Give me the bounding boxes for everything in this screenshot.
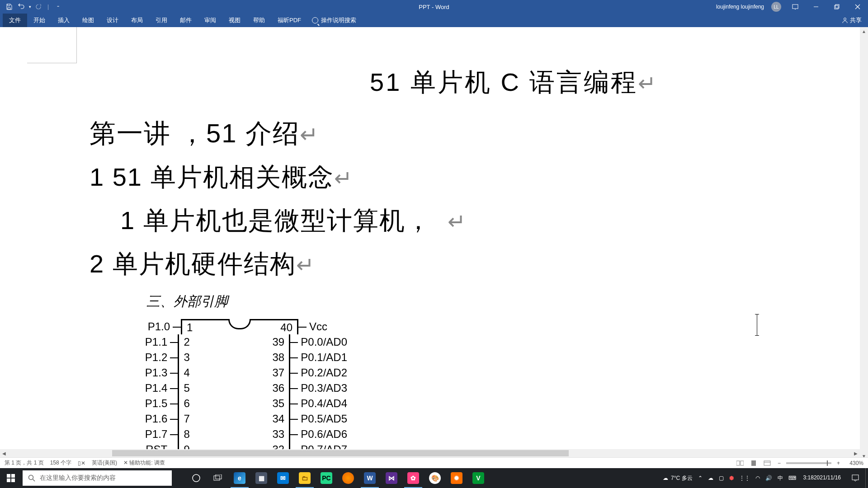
tab-home[interactable]: 开始 — [27, 14, 52, 27]
zoom-out-button[interactable]: − — [776, 460, 783, 466]
titlebar: ▾ | ⁼ PPT - Word loujinfeng loujinfeng L… — [0, 0, 868, 14]
scroll-up-button[interactable]: ▲ — [860, 27, 868, 35]
tab-layout[interactable]: 布局 — [125, 14, 149, 27]
time-text: 3:18 — [803, 474, 814, 482]
pin-left-label: P1.3 — [116, 366, 170, 379]
maximize-button[interactable] — [826, 0, 847, 14]
scroll-left-button[interactable]: ◀ — [0, 449, 8, 457]
tab-design[interactable]: 设计 — [100, 14, 125, 27]
task-view-button[interactable] — [207, 468, 229, 488]
horizontal-scrollbar[interactable]: ◀ ▶ — [0, 449, 860, 457]
security-icon[interactable]: ⬢ — [726, 468, 736, 488]
svg-point-14 — [193, 474, 200, 482]
svg-line-13 — [33, 479, 35, 482]
cortana-button[interactable] — [185, 468, 207, 488]
calculator-icon[interactable]: ▦ — [250, 468, 272, 488]
word-icon[interactable]: W — [359, 468, 381, 488]
pycharm-icon[interactable]: PC — [316, 468, 337, 488]
spellcheck-icon[interactable]: ▯✕ — [78, 460, 85, 466]
tab-view[interactable]: 视图 — [222, 14, 247, 27]
minimize-button[interactable] — [806, 0, 826, 14]
palette-icon[interactable]: 🎨 — [424, 468, 446, 488]
tab-foxit-pdf[interactable]: 福昕PDF — [271, 14, 307, 27]
volume-icon[interactable]: 🔊 — [763, 468, 775, 488]
word-count[interactable]: 158 个字 — [50, 459, 71, 467]
chip-row: P1.3437P0.2/AD2 — [116, 365, 347, 380]
tab-references[interactable]: 引用 — [149, 14, 174, 27]
svg-rect-9 — [751, 460, 756, 466]
weather-widget[interactable]: ☁ 7°C 多云 — [660, 468, 695, 488]
svg-rect-17 — [852, 475, 859, 480]
tab-file[interactable]: 文件 — [3, 14, 27, 27]
qat-customize-button[interactable]: ⁼ — [52, 1, 63, 12]
taskbar: 在这里输入你要搜索的内容 e ▦ ✉ 🗀 PC W ⋈ ✿ 🎨 ✹ V ☁ 7°… — [0, 468, 868, 488]
svg-point-6 — [844, 18, 846, 20]
save-button[interactable] — [4, 1, 14, 12]
tab-review[interactable]: 审阅 — [198, 14, 222, 27]
body-text-1: 1 单片机也是微型计算机， ↵ — [90, 204, 841, 238]
page-margin-corner — [27, 27, 77, 63]
hscroll-thumb[interactable] — [112, 450, 569, 456]
chip-row: P1.5635P0.4/AD4 — [116, 396, 347, 411]
weather-icon: ☁ — [663, 475, 668, 481]
vertical-scrollbar[interactable]: ▲ ▼ — [860, 27, 868, 460]
scroll-right-button[interactable]: ▶ — [852, 449, 860, 457]
hscroll-track[interactable] — [8, 449, 852, 457]
show-desktop-button[interactable] — [865, 468, 868, 488]
notifications-button[interactable] — [845, 468, 865, 488]
pin-right-label: P0.0/AD0 — [298, 336, 347, 348]
ime-icon[interactable]: 中 — [775, 468, 786, 488]
vim-icon[interactable]: V — [467, 468, 489, 488]
tab-insert[interactable]: 插入 — [52, 14, 76, 27]
svg-point-12 — [29, 475, 33, 480]
heading-2a: 1 51 单片机相关概念↵ — [90, 160, 841, 195]
mail-icon[interactable]: ✉ — [272, 468, 294, 488]
clock[interactable]: 3:18 2021/11/16 — [799, 468, 845, 488]
svg-rect-15 — [214, 476, 220, 480]
ribbon-display-options-button[interactable] — [785, 0, 806, 14]
wifi-icon[interactable]: ◠ — [753, 468, 763, 488]
scroll-track[interactable] — [860, 35, 868, 452]
onedrive-icon[interactable]: ☁ — [705, 468, 716, 488]
start-button[interactable] — [0, 468, 22, 488]
accessibility-status[interactable]: ✕ 辅助功能: 调查 — [123, 459, 165, 467]
close-button[interactable] — [847, 0, 868, 14]
pin-diagram: 三、外部引脚 P1.0140VccP1.1239P0.0/AD0P1.2338P… — [90, 292, 347, 460]
document-area[interactable]: 51 单片机 C 语言编程↵ 第一讲 ，51 介绍↵ 1 51 单片机相关概念↵… — [0, 27, 868, 460]
pin-left-label: P1.7 — [116, 428, 170, 441]
user-name[interactable]: loujinfeng loujinfeng — [712, 4, 768, 10]
quick-access-toolbar: ▾ | ⁼ — [0, 1, 63, 12]
language-status[interactable]: 英语(美国) — [92, 459, 117, 467]
page-status[interactable]: 第 1 页，共 1 页 — [5, 459, 44, 467]
redo-button[interactable] — [33, 1, 44, 12]
network-icon[interactable]: ⋮⋮ — [736, 468, 753, 488]
print-layout-button[interactable] — [749, 459, 759, 467]
tell-me-label: 操作说明搜索 — [321, 16, 356, 24]
keyboard-icon[interactable]: ⌨ — [786, 468, 799, 488]
zoom-level[interactable]: 430% — [845, 460, 863, 466]
tab-draw[interactable]: 绘图 — [76, 14, 100, 27]
share-button[interactable]: 共享 — [842, 16, 862, 24]
firefox-icon[interactable] — [337, 468, 359, 488]
pin-left-label: P1.2 — [116, 351, 170, 364]
zoom-in-button[interactable]: + — [835, 460, 842, 466]
explorer-icon[interactable]: 🗀 — [294, 468, 316, 488]
zoom-slider[interactable] — [786, 462, 831, 464]
taskbar-search[interactable]: 在这里输入你要搜索的内容 — [23, 470, 172, 486]
tray-chevron-up[interactable]: ⌃ — [695, 468, 705, 488]
avatar[interactable]: LL — [771, 2, 781, 12]
tab-mailings[interactable]: 邮件 — [174, 14, 198, 27]
app-pink-icon[interactable]: ✿ — [402, 468, 424, 488]
undo-button[interactable] — [16, 1, 27, 12]
tab-help[interactable]: 帮助 — [247, 14, 271, 27]
edge-icon[interactable]: e — [229, 468, 250, 488]
meet-now-icon[interactable]: ▢ — [716, 468, 726, 488]
chip-row: P1.0140Vcc — [116, 319, 347, 334]
svg-rect-2 — [835, 5, 838, 9]
app-orange-icon[interactable]: ✹ — [446, 468, 467, 488]
tell-me-search[interactable]: 操作说明搜索 — [312, 16, 356, 24]
web-layout-button[interactable] — [762, 459, 772, 467]
visual-studio-icon[interactable]: ⋈ — [381, 468, 402, 488]
heading-1: 第一讲 ，51 介绍↵ — [90, 116, 841, 151]
read-mode-button[interactable] — [735, 459, 745, 467]
